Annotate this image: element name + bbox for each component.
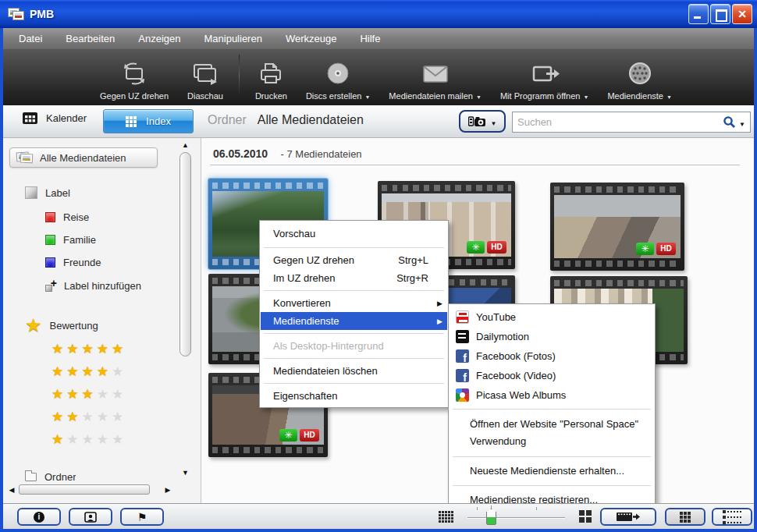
scrollbar-thumb[interactable] <box>179 152 191 356</box>
sidebar-vertical-scrollbar[interactable]: ▲ ▼ <box>178 140 193 480</box>
bottom-bar <box>3 503 754 529</box>
scroll-right-icon[interactable]: ▶ <box>162 484 173 496</box>
avchd-badge-icon <box>636 243 654 255</box>
scroll-up-icon[interactable]: ▲ <box>178 140 193 151</box>
rotate-ccw-button[interactable]: Gegen UZ drehen <box>91 60 178 101</box>
hd-badge: HD <box>656 243 676 255</box>
scroll-left-icon[interactable]: ◀ <box>6 484 17 496</box>
filmroll-view-button[interactable] <box>600 508 656 526</box>
submenu-item-get-latest[interactable]: Neueste Mediendienste erhalten... <box>450 461 654 481</box>
rating-row[interactable] <box>52 433 123 446</box>
sidebar-horizontal-scrollbar[interactable]: ◀ ▶ <box>6 484 175 496</box>
star-icon <box>66 410 78 424</box>
index-view-button[interactable]: Index <box>103 109 194 133</box>
facebook-icon <box>456 349 469 363</box>
label-item-freunde[interactable]: Freunde <box>45 257 101 268</box>
media-services-button[interactable]: Mediendienste <box>598 60 681 101</box>
list-view-icon <box>723 510 741 524</box>
rating-row[interactable] <box>52 410 123 424</box>
photo-stack-icon <box>16 151 34 165</box>
slider-track[interactable] <box>467 517 565 519</box>
context-menu-item-mediendienste[interactable]: Mediendienste <box>261 312 447 330</box>
search-icon[interactable] <box>723 115 736 129</box>
submenu-item-facebook-fotos[interactable]: Facebook (Fotos) <box>450 346 654 366</box>
star-icon <box>82 342 94 356</box>
shortcut-label: Strg+R <box>396 272 441 284</box>
toolbar-item-label: Gegen UZ drehen <box>100 91 169 101</box>
menu-datei[interactable]: Datei <box>19 33 42 44</box>
all-media-button[interactable]: Alle Mediendateien <box>9 147 158 168</box>
print-button[interactable]: Drucken <box>246 60 297 101</box>
rating-row[interactable] <box>52 365 123 378</box>
date-group-header: 06.05.2010 - 7 Mediendateien <box>213 147 362 161</box>
zoom-out-grid-icon[interactable] <box>439 511 453 523</box>
import-camera-button[interactable] <box>459 110 506 133</box>
submenu-item-facebook-video[interactable]: Facebook (Video) <box>450 366 654 385</box>
context-menu-item-rotate-ccw[interactable]: Gegen UZ drehenStrg+L <box>261 251 447 269</box>
media-thumbnail[interactable]: HD <box>550 183 684 271</box>
media-grid: 06.05.2010 - 7 Mediendateien HD HD <box>202 138 754 503</box>
submenu-item-register[interactable]: Mediendienste registrieren... <box>450 490 654 503</box>
submenu-item-dailymotion[interactable]: Dailymotion <box>450 327 654 346</box>
submenu-item-picasa[interactable]: Picasa Web Albums <box>450 385 654 405</box>
menu-hilfe[interactable]: Hilfe <box>360 33 380 44</box>
menu-separator <box>453 456 651 457</box>
folder-section-header[interactable]: Ordner <box>25 470 76 483</box>
context-menu-item-konvertieren[interactable]: Konvertieren <box>261 294 447 312</box>
menu-bearbeiten[interactable]: Bearbeiten <box>66 33 115 44</box>
close-button[interactable] <box>732 4 752 24</box>
toolbar-item-label: Mediendateien mailen <box>389 91 482 101</box>
scroll-down-icon[interactable]: ▼ <box>178 467 193 478</box>
submenu-item-personal-space[interactable]: Öffnen der Website "Personal Space"Verwe… <box>450 413 654 452</box>
zoom-in-grid-icon[interactable] <box>579 510 592 523</box>
list-view-button[interactable] <box>712 508 752 526</box>
label-section-header[interactable]: Label <box>25 186 70 199</box>
toolbar-item-label: Drucken <box>255 91 287 101</box>
toolbar: Gegen UZ drehen Diaschau Drucken Discs e… <box>3 50 754 105</box>
date-label: 06.05.2010 <box>213 147 268 160</box>
star-icon <box>97 342 108 356</box>
window-title: PMB <box>30 8 54 20</box>
facebook-icon <box>456 369 469 382</box>
add-label-button[interactable]: Label hinzufügen <box>45 280 141 292</box>
info-button[interactable] <box>17 508 61 526</box>
thumbnail-size-slider[interactable] <box>467 510 565 524</box>
star-icon <box>52 365 63 378</box>
slideshow-button[interactable]: Diaschau <box>178 60 233 101</box>
menu-anzeigen[interactable]: Anzeigen <box>138 33 180 44</box>
context-menu-item-rotate-cw[interactable]: Im UZ drehenStrg+R <box>261 269 447 287</box>
app-icon <box>8 8 25 21</box>
submenu-item-youtube[interactable]: YouTube <box>450 307 654 327</box>
rating-row[interactable] <box>52 342 123 356</box>
label-item-familie[interactable]: Familie <box>45 234 96 246</box>
label-flag-button[interactable] <box>120 508 164 526</box>
calendar-view-button[interactable]: Kalender <box>22 112 87 125</box>
breadcrumb-label: Ordner <box>208 113 247 126</box>
slider-thumb[interactable] <box>486 509 496 525</box>
minimize-button[interactable] <box>688 4 709 24</box>
dropdown-arrow-icon <box>476 91 482 101</box>
mail-media-button[interactable]: Mediendateien mailen <box>379 60 491 101</box>
grid-view-button[interactable] <box>665 508 705 526</box>
face-detection-button[interactable] <box>69 508 112 526</box>
context-menu-item-delete[interactable]: Mediendateien löschen <box>261 362 447 380</box>
label-item-reise[interactable]: Reise <box>45 211 89 223</box>
menu-werkzeuge[interactable]: Werkzeuge <box>286 33 337 44</box>
menu-manipulieren[interactable]: Manipulieren <box>204 33 261 44</box>
scrollbar-thumb[interactable] <box>19 484 150 495</box>
camera-icon <box>468 115 487 128</box>
context-menu-item-vorschau[interactable]: Vorschau <box>261 223 447 244</box>
search-input[interactable] <box>517 116 723 128</box>
context-menu-item-properties[interactable]: Eigenschaften <box>261 387 447 405</box>
maximize-button[interactable] <box>710 4 730 24</box>
info-icon <box>34 512 44 523</box>
open-with-program-button[interactable]: Mit Programm öffnen <box>491 60 598 101</box>
create-discs-button[interactable]: Discs erstellen <box>297 60 379 101</box>
star-icon <box>66 388 78 401</box>
search-dropdown-arrow-icon[interactable] <box>736 115 745 129</box>
rating-section-header[interactable]: Bewertung <box>25 317 98 333</box>
portrait-icon <box>84 512 97 523</box>
menu-separator <box>453 485 651 486</box>
rating-row[interactable] <box>52 388 123 401</box>
media-count-label: - 7 Mediendateien <box>281 148 362 160</box>
